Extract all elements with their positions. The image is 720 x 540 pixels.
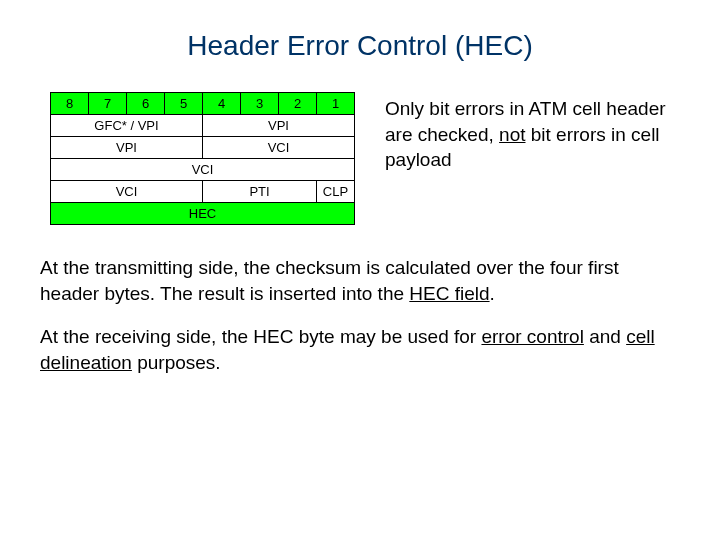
paragraph-receiving: At the receiving side, the HEC byte may … [40, 324, 680, 375]
bit-5: 5 [165, 93, 203, 115]
para2-text-2: and [584, 326, 626, 347]
bit-7: 7 [89, 93, 127, 115]
vpi-cell-2: VPI [51, 137, 203, 159]
gfc-vpi-cell: GFC* / VPI [51, 115, 203, 137]
bit-6: 6 [127, 93, 165, 115]
byte-4-row: VCI PTI CLP [51, 181, 355, 203]
para2-error-control: error control [481, 326, 583, 347]
pti-cell: PTI [203, 181, 317, 203]
atm-header-diagram: 8 7 6 5 4 3 2 1 GFC* / VPI VPI VPI VCI [50, 92, 355, 225]
side-note: Only bit errors in ATM cell header are c… [385, 96, 680, 173]
vci-cell-2: VCI [51, 159, 355, 181]
bit-2: 2 [279, 93, 317, 115]
byte-2-row: VPI VCI [51, 137, 355, 159]
bit-4: 4 [203, 93, 241, 115]
bit-3: 3 [241, 93, 279, 115]
bit-1: 1 [317, 93, 355, 115]
side-not: not [499, 124, 525, 145]
vpi-cell-1: VPI [203, 115, 355, 137]
vci-cell-1: VCI [203, 137, 355, 159]
para1-text-1: At the transmitting side, the checksum i… [40, 257, 619, 304]
byte-1-row: GFC* / VPI VPI [51, 115, 355, 137]
vci-cell-3: VCI [51, 181, 203, 203]
clp-cell: CLP [317, 181, 355, 203]
para1-hec: HEC field [409, 283, 489, 304]
para2-text-1: At the receiving side, the HEC byte may … [40, 326, 481, 347]
para2-text-3: purposes. [132, 352, 221, 373]
byte-5-row: HEC [51, 203, 355, 225]
header-table: 8 7 6 5 4 3 2 1 GFC* / VPI VPI VPI VCI [50, 92, 355, 225]
paragraph-transmitting: At the transmitting side, the checksum i… [40, 255, 680, 306]
hec-cell: HEC [51, 203, 355, 225]
byte-3-row: VCI [51, 159, 355, 181]
bit-number-row: 8 7 6 5 4 3 2 1 [51, 93, 355, 115]
page-title: Header Error Control (HEC) [40, 30, 680, 62]
bit-8: 8 [51, 93, 89, 115]
para1-text-2: . [490, 283, 495, 304]
